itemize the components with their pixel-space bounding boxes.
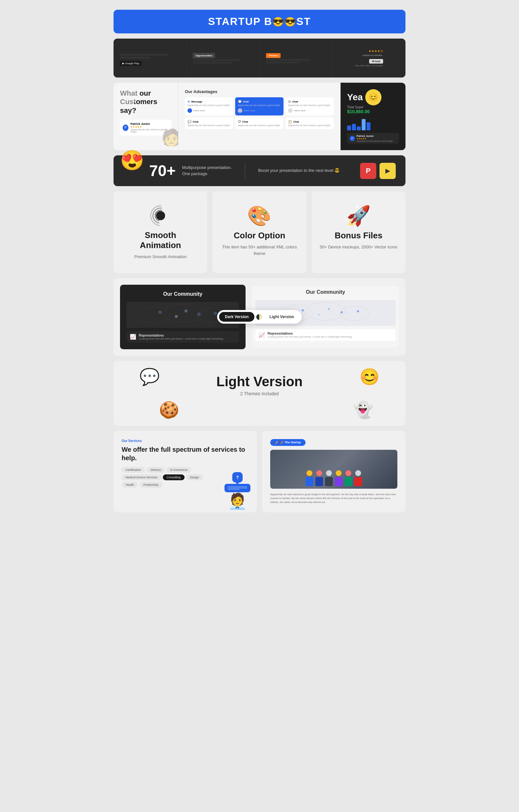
preview-strip: ▶ Google Play Opportunities Threats ★★★★…: [114, 38, 405, 78]
tag-certification[interactable]: Certification: [122, 467, 145, 473]
version-toggle[interactable]: Dark Version 🌓 Light Version: [217, 310, 302, 324]
tag-health[interactable]: Health: [122, 482, 138, 488]
feature-card-color-option: 🎨 Color Option This item has 50+ additio…: [212, 191, 306, 273]
dark-version-btn[interactable]: Dark Version: [219, 312, 254, 322]
advantages-col: Our Advantages ✉ Message Apparently we h…: [178, 83, 341, 150]
smooth-animation-title: SmoothAnimation: [140, 230, 181, 250]
dark-reps-desc: Looking down into the dark gulf below, I…: [139, 337, 224, 340]
dark-amount: $10,860.00: [347, 109, 399, 114]
svg-point-0: [138, 307, 170, 323]
light-version-btn[interactable]: Light Version: [264, 312, 300, 322]
deco-chat-bubble: 💬: [140, 368, 160, 386]
dark-chart: [347, 117, 399, 130]
dark-reps-title: Representatives: [139, 334, 224, 337]
stat-number: 70+: [149, 162, 175, 180]
tag-medical[interactable]: Medical Device Services: [122, 474, 161, 480]
header-banner: STARTUP B😎😎ST: [114, 10, 405, 33]
services-title: We offer the full spectrum of services t…: [122, 445, 249, 462]
toggle-emoji: 🌓: [256, 314, 262, 320]
bonus-files-desc: 50+ Device mockups, 2000+ Vector icons: [320, 244, 397, 250]
bottom-cards: Our Services We offer the full spectrum …: [114, 431, 405, 512]
adv-card-5: 🗨 Chat Apparently we had reached a great…: [235, 117, 284, 129]
stat-desc: Multipurpose presentation. One package.: [182, 165, 232, 176]
light-version-subtitle: 2 Themes Included: [120, 391, 399, 396]
color-palette-icon: 🎨: [247, 204, 271, 227]
app-icons: P ▶: [360, 163, 396, 179]
animation-icon: [149, 204, 172, 227]
svg-point-11: [302, 309, 304, 312]
stats-row: 😍 70+ Multipurpose presentation. One pac…: [114, 155, 405, 186]
svg-point-3: [159, 311, 162, 314]
dark-stats-col: Yea 😊 Total Super $10,860.00 P Patrick J…: [341, 83, 405, 150]
tag-ecommerce[interactable]: E-Commerce: [166, 467, 192, 473]
tag-consulting[interactable]: Consulting: [163, 474, 184, 480]
preview-cell-2: Opportunities: [186, 38, 260, 78]
light-reps-card: 📈 Representatives Looking down into the …: [255, 329, 396, 341]
version-section: Our Community 📈 Represent: [114, 278, 405, 356]
advantages-section: What our Customers say? P Patrick Junior…: [114, 83, 405, 150]
light-reps-desc: Looking down into the dark gulf below, I…: [268, 335, 353, 338]
preview-cell-4: ★★★★½ ceased to twinkle. ≋neat Kim Chen …: [333, 38, 405, 78]
startup-card: 🚀 🚀 The Startup Apparently we had reache…: [262, 431, 405, 512]
adv-card-6: 📋 Chat Apparently we had reached a great…: [285, 117, 334, 129]
svg-point-15: [357, 310, 359, 313]
svg-point-13: [341, 311, 343, 314]
features-row: SmoothAnimation Premium Smooth Animation…: [114, 191, 405, 273]
svg-point-6: [175, 315, 178, 318]
services-card: Our Services We offer the full spectrum …: [114, 431, 257, 512]
dark-total-label: Total Super: [347, 106, 399, 109]
svg-point-9: [306, 302, 345, 320]
tag-delivery[interactable]: Delivery: [147, 467, 165, 473]
svg-point-1: [164, 304, 202, 322]
stat-right: Boost your presentation to the next leve…: [258, 167, 353, 174]
adv-card-2: 💬 Chat Apparently we had reached a great…: [235, 97, 284, 115]
dark-community-title: Our Community: [126, 291, 239, 297]
ppt-icon[interactable]: P: [360, 163, 376, 179]
svg-point-7: [214, 312, 217, 315]
color-option-title: Color Option: [234, 231, 285, 241]
header-title: STARTUP B😎😎ST: [126, 16, 393, 28]
startup-badge: 🚀 🚀 The Startup: [270, 439, 306, 446]
services-label: Our Services: [122, 439, 249, 443]
rocket-icon: 🚀: [346, 204, 371, 227]
tag-productivity[interactable]: Productivity: [140, 482, 163, 488]
deco-ghost: 👻: [353, 401, 373, 419]
adv-card-3: ⚙ Chat Apparently we had reached a great…: [285, 97, 334, 115]
light-community-title: Our Community: [255, 289, 396, 295]
stat-divider: [245, 163, 245, 179]
emoji-face: 😍: [120, 149, 144, 172]
svg-point-14: [318, 313, 320, 316]
customers-col: What our Customers say? P Patrick Junior…: [114, 83, 178, 150]
feature-card-smooth-animation: SmoothAnimation Premium Smooth Animation: [114, 191, 207, 273]
preview-cell-3: Threats: [260, 38, 333, 78]
svg-point-12: [327, 308, 330, 310]
svg-point-4: [185, 310, 188, 312]
light-version-section: 💬 🍪 😊 👻 Light Version 2 Themes Included: [114, 361, 405, 426]
dark-reps-card: 📈 Representatives Looking down into the …: [126, 331, 239, 343]
tag-design[interactable]: Design: [186, 474, 203, 480]
startup-rocket-icon: 🚀: [275, 441, 279, 444]
advantages-title: Our Advantages: [185, 89, 334, 94]
adv-card-4: 💬 Chat Apparently we had reached a great…: [185, 117, 233, 129]
light-version-title: Light Version: [120, 374, 399, 389]
bonus-files-title: Bonus Files: [335, 231, 382, 241]
deco-cookie: 🍪: [159, 401, 179, 419]
feature-card-bonus-files: 🚀 Bonus Files 50+ Device mockups, 2000+ …: [312, 191, 405, 273]
adv-card-1: ✉ Message Apparently we had reached a gr…: [185, 97, 233, 115]
deco-smiley: 😊: [359, 368, 379, 386]
gslides-icon[interactable]: ▶: [379, 163, 396, 179]
color-option-desc: This item has 50+ additional XML colors …: [219, 244, 300, 257]
svg-point-5: [198, 313, 200, 316]
dark-year: Yea: [347, 92, 363, 103]
team-photo: [270, 450, 397, 489]
preview-cell-1: ▶ Google Play: [114, 38, 186, 78]
light-reps-title: Representatives: [268, 332, 353, 335]
smooth-animation-desc: Premium Smooth Animation: [134, 254, 186, 260]
testimony-text: Apparently we had reached a great height…: [270, 493, 397, 504]
